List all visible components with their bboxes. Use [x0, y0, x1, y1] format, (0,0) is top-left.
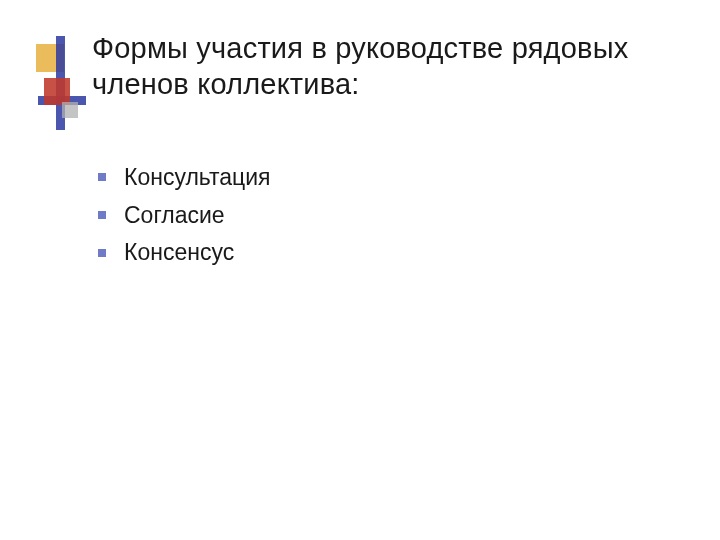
list-item-text: Консенсус: [124, 239, 234, 265]
list-item: Консультация: [98, 160, 660, 196]
slide: Формы участия в руководстве рядовых член…: [0, 0, 720, 540]
slide-body: Консультация Согласие Консенсус: [98, 160, 660, 273]
list-item-text: Консультация: [124, 164, 271, 190]
decorative-logo: [36, 36, 86, 130]
list-item: Согласие: [98, 198, 660, 234]
list-item-text: Согласие: [124, 202, 225, 228]
slide-title: Формы участия в руководстве рядовых член…: [92, 30, 686, 103]
list-item: Консенсус: [98, 235, 660, 271]
bullet-list: Консультация Согласие Консенсус: [98, 160, 660, 271]
